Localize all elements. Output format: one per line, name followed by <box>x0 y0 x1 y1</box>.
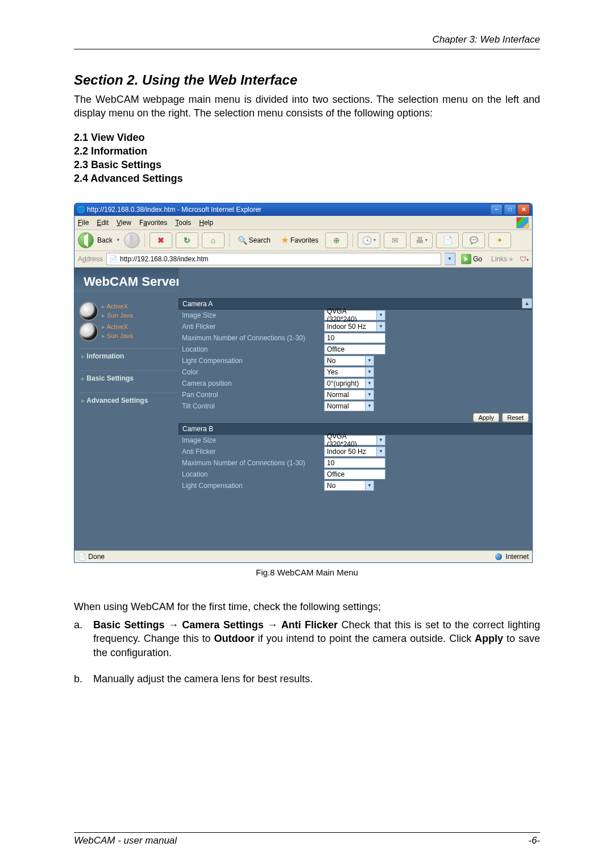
label-max-conn: Maximum Number of Connections (1-30) <box>182 334 324 342</box>
ie-toolbar: Back ▼ ✖ ↻ ⌂ 🔍Search ★Favorites ⊕ 🕓▾ ✉ 🖶… <box>74 230 532 251</box>
toolbar-separator <box>229 233 230 247</box>
close-button[interactable]: ✕ <box>517 204 530 215</box>
label-location: Location <box>182 345 324 353</box>
status-right: Internet <box>495 553 529 561</box>
nav-information[interactable]: Information <box>79 348 179 364</box>
research-button[interactable]: ✦ <box>488 232 511 248</box>
refresh-button[interactable]: ↻ <box>176 232 198 248</box>
sunjava-link[interactable]: Sun Java <box>102 311 133 320</box>
address-dropdown[interactable]: ▼ <box>445 253 455 265</box>
setting-row: Maximum Number of Connections (1-30) <box>179 332 532 344</box>
select-color[interactable]: Yes▼ <box>324 367 374 377</box>
reset-button[interactable]: Reset <box>502 413 529 422</box>
scroll-up-button[interactable]: ▲ <box>522 298 532 308</box>
page-footer: WebCAM - user manual -6- <box>74 832 540 846</box>
mail-button[interactable]: ✉ <box>384 232 406 248</box>
menu-edit[interactable]: Edit <box>97 219 109 227</box>
menu-view[interactable]: View <box>117 219 131 227</box>
footer-left: WebCAM - user manual <box>74 835 177 846</box>
setting-row: Image Size QVGA (320*240)▼ <box>179 435 532 446</box>
norton-icon[interactable]: 🛡▾ <box>520 255 529 263</box>
media-button[interactable]: ⊕ <box>325 232 348 248</box>
back-dropdown[interactable]: ▼ <box>116 237 121 243</box>
toolbar-separator <box>144 233 145 247</box>
menu-favorites[interactable]: Favorites <box>139 219 167 227</box>
input-max-conn[interactable] <box>324 458 385 468</box>
menu-file[interactable]: File <box>78 219 89 227</box>
select-pan[interactable]: Normal▼ <box>324 390 374 400</box>
label-image-size: Image Size <box>182 436 324 444</box>
setting-row: Light Compensation No▼ <box>179 355 532 366</box>
apply-button[interactable]: Apply <box>473 413 499 422</box>
select-light-comp[interactable]: No▼ <box>324 356 374 366</box>
footer-right: -6- <box>528 835 540 846</box>
mail-icon: ✉ <box>392 236 399 245</box>
setting-row: Tilt Control Normal▼ <box>179 400 532 412</box>
post-lead: When using WebCAM for the first time, ch… <box>74 600 540 614</box>
select-anti-flicker[interactable]: Indoor 50 Hz▼ <box>324 322 385 332</box>
select-image-size[interactable]: QVGA (320*240)▼ <box>324 310 385 320</box>
search-button[interactable]: 🔍Search <box>234 233 274 248</box>
select-image-size[interactable]: QVGA (320*240)▼ <box>324 435 385 445</box>
ie-titlebar: 🌐 http://192.168.0.38/index.htm - Micros… <box>74 203 532 216</box>
back-button[interactable] <box>78 232 94 248</box>
status-left: 📄 Done <box>78 553 105 561</box>
go-button[interactable]: Go <box>459 253 484 265</box>
input-location[interactable] <box>324 344 385 354</box>
menu-tools[interactable]: Tools <box>175 219 191 227</box>
nav-advanced-settings[interactable]: Advanced Settings <box>79 393 179 408</box>
figure-screenshot: 🌐 http://192.168.0.38/index.htm - Micros… <box>74 203 540 563</box>
label-image-size: Image Size <box>182 311 324 319</box>
edit-icon: 📄 <box>443 236 453 245</box>
select-tilt[interactable]: Normal▼ <box>324 401 374 411</box>
links-label[interactable]: Links » <box>491 255 513 263</box>
select-light-comp[interactable]: No▼ <box>324 481 374 491</box>
select-anti-flicker[interactable]: Indoor 50 Hz▼ <box>324 446 385 457</box>
address-url: http://192.168.0.38/index.htm <box>120 255 208 263</box>
activex-link[interactable]: ActiveX <box>102 323 133 331</box>
edit-button[interactable]: 📄 <box>436 232 459 248</box>
post-figure-text: When using WebCAM for the first time, ch… <box>74 600 540 686</box>
media-icon: ⊕ <box>333 236 340 245</box>
home-button[interactable]: ⌂ <box>202 232 225 248</box>
setting-row: Pan Control Normal▼ <box>179 389 532 400</box>
ie-addressbar: Address 📄 http://192.168.0.38/index.htm … <box>74 251 532 268</box>
sunjava-link[interactable]: Sun Java <box>102 332 133 340</box>
label-pan-control: Pan Control <box>182 391 324 399</box>
discuss-icon: 💬 <box>470 236 478 244</box>
back-label: Back <box>97 236 113 244</box>
activex-link[interactable]: ActiveX <box>102 302 133 311</box>
forward-button[interactable] <box>124 232 140 248</box>
select-camera-position[interactable]: 0°(upright)▼ <box>324 378 374 389</box>
figure-caption: Fig.8 WebCAM Main Menu <box>74 567 540 577</box>
chapter-header: Chapter 3: Web Interface <box>74 34 540 49</box>
home-icon: ⌂ <box>210 236 215 245</box>
input-location[interactable] <box>324 469 385 479</box>
input-max-conn[interactable] <box>324 333 385 343</box>
history-button[interactable]: 🕓▾ <box>358 232 380 248</box>
stop-button[interactable]: ✖ <box>150 232 172 248</box>
discuss-button[interactable]: 💬 <box>462 232 485 248</box>
setting-row: Light Compensation No▼ <box>179 480 532 491</box>
dropdown-arrow-icon: ▼ <box>365 367 374 377</box>
setting-row: Color Yes▼ <box>179 366 532 378</box>
address-input[interactable]: 📄 http://192.168.0.38/index.htm <box>106 253 441 265</box>
windows-flag-icon <box>516 217 529 228</box>
minimize-button[interactable]: – <box>490 204 503 215</box>
favorites-button[interactable]: ★Favorites <box>277 233 322 248</box>
dropdown-arrow-icon: ▼ <box>365 401 374 411</box>
toolbar-separator <box>352 233 353 247</box>
dropdown-arrow-icon: ▼ <box>365 378 374 389</box>
favorites-label: Favorites <box>291 236 318 244</box>
ie-logo-icon: 🌐 <box>77 206 85 214</box>
nav-basic-settings[interactable]: Basic Settings <box>79 370 179 386</box>
page-icon: 📄 <box>109 255 118 263</box>
menu-help[interactable]: Help <box>199 219 213 227</box>
toc-item: 2.4 Advanced Settings <box>74 172 540 185</box>
maximize-button[interactable]: □ <box>504 204 516 215</box>
dropdown-arrow-icon: ▼ <box>376 446 385 457</box>
print-button[interactable]: 🖶▾ <box>410 232 433 248</box>
section-title: Section 2. Using the Web Interface <box>74 72 540 88</box>
button-row: Apply Reset <box>179 412 532 423</box>
toc-item: 2.2 Information <box>74 144 540 158</box>
